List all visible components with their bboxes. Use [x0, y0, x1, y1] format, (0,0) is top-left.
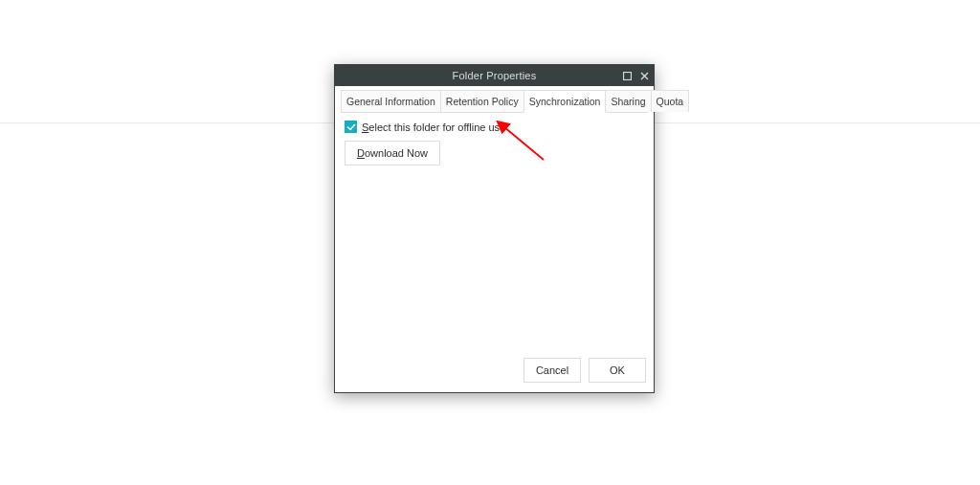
tab-quota[interactable]: Quota: [651, 90, 690, 112]
tab-sharing[interactable]: Sharing: [605, 90, 651, 112]
cancel-button[interactable]: Cancel: [523, 358, 581, 383]
tab-content-synchronization: Select this folder for offline use Downl…: [341, 113, 648, 358]
tab-retention-policy[interactable]: Retention Policy: [440, 90, 524, 112]
close-icon[interactable]: [638, 70, 650, 81]
ok-button[interactable]: OK: [589, 358, 646, 383]
tab-general-information[interactable]: General Information: [341, 90, 441, 112]
dialog-body: General Information Retention Policy Syn…: [335, 86, 654, 392]
dialog-footer: Cancel OK: [341, 358, 648, 385]
window-controls: [621, 65, 650, 86]
titlebar[interactable]: Folder Properties: [335, 65, 654, 86]
maximize-icon[interactable]: [621, 70, 633, 81]
tabs: General Information Retention Policy Syn…: [341, 90, 648, 113]
offline-use-label[interactable]: Select this folder for offline use: [362, 121, 505, 133]
offline-use-row: Select this folder for offline use: [345, 121, 644, 133]
download-now-button[interactable]: Download Now: [345, 141, 440, 165]
svg-rect-0: [623, 72, 631, 79]
tab-synchronization[interactable]: Synchronization: [523, 90, 607, 113]
offline-use-checkbox[interactable]: [345, 121, 357, 133]
dialog-title: Folder Properties: [453, 70, 537, 81]
folder-properties-dialog: Folder Properties General Information Re…: [334, 64, 655, 393]
